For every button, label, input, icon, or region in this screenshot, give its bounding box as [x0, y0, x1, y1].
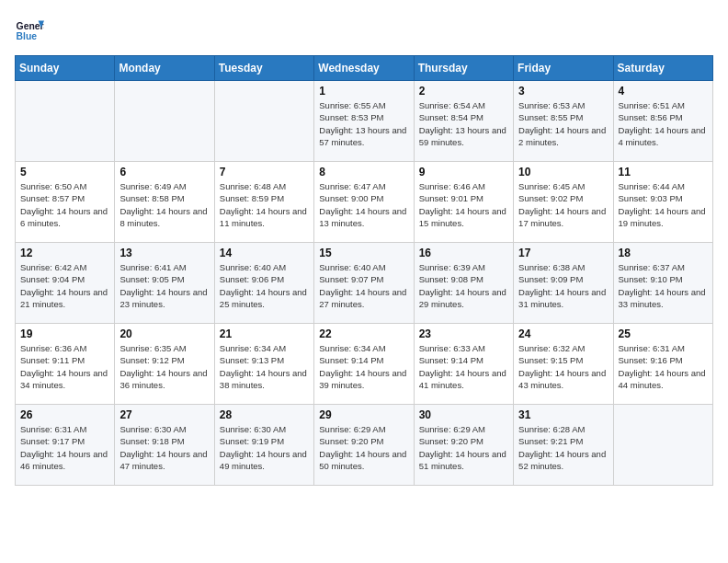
day-number: 18 [619, 247, 708, 259]
calendar-cell: 20Sunrise: 6:35 AM Sunset: 9:12 PM Dayli… [115, 324, 214, 405]
calendar-cell: 10Sunrise: 6:45 AM Sunset: 9:02 PM Dayli… [514, 162, 613, 243]
cell-info: Sunrise: 6:49 AM Sunset: 8:58 PM Dayligh… [119, 180, 209, 229]
calendar-cell: 30Sunrise: 6:29 AM Sunset: 9:20 PM Dayli… [414, 405, 513, 486]
calendar-cell: 8Sunrise: 6:47 AM Sunset: 9:00 PM Daylig… [314, 162, 414, 243]
calendar-cell: 22Sunrise: 6:34 AM Sunset: 9:14 PM Dayli… [314, 324, 414, 405]
calendar-cell: 3Sunrise: 6:53 AM Sunset: 8:55 PM Daylig… [514, 81, 613, 162]
logo-icon: General Blue [15, 15, 44, 44]
calendar-table: SundayMondayTuesdayWednesdayThursdayFrid… [15, 55, 713, 486]
day-number: 20 [119, 327, 209, 340]
calendar-cell: 16Sunrise: 6:39 AM Sunset: 9:08 PM Dayli… [414, 243, 513, 324]
cell-info: Sunrise: 6:40 AM Sunset: 9:07 PM Dayligh… [319, 261, 408, 310]
calendar-header: SundayMondayTuesdayWednesdayThursdayFrid… [16, 56, 713, 81]
day-number: 4 [619, 85, 708, 98]
calendar-cell: 25Sunrise: 6:31 AM Sunset: 9:16 PM Dayli… [613, 324, 712, 405]
cell-info: Sunrise: 6:34 AM Sunset: 9:13 PM Dayligh… [220, 342, 309, 391]
cell-info: Sunrise: 6:55 AM Sunset: 8:53 PM Dayligh… [319, 99, 408, 148]
calendar-week-4: 19Sunrise: 6:36 AM Sunset: 9:11 PM Dayli… [16, 324, 713, 405]
calendar-cell: 14Sunrise: 6:40 AM Sunset: 9:06 PM Dayli… [214, 243, 313, 324]
day-number: 12 [20, 247, 109, 259]
day-number: 16 [419, 247, 508, 259]
calendar-cell: 17Sunrise: 6:38 AM Sunset: 9:09 PM Dayli… [514, 243, 613, 324]
calendar-cell: 23Sunrise: 6:33 AM Sunset: 9:14 PM Dayli… [414, 324, 513, 405]
cell-info: Sunrise: 6:36 AM Sunset: 9:11 PM Dayligh… [20, 342, 109, 391]
day-number: 29 [319, 408, 408, 421]
calendar-cell: 19Sunrise: 6:36 AM Sunset: 9:11 PM Dayli… [16, 324, 115, 405]
cell-info: Sunrise: 6:42 AM Sunset: 9:04 PM Dayligh… [20, 261, 109, 310]
calendar-cell: 9Sunrise: 6:46 AM Sunset: 9:01 PM Daylig… [414, 162, 513, 243]
page-header: General Blue [15, 15, 713, 44]
calendar-cell: 1Sunrise: 6:55 AM Sunset: 8:53 PM Daylig… [314, 81, 414, 162]
day-number: 9 [419, 166, 508, 178]
calendar-cell: 26Sunrise: 6:31 AM Sunset: 9:17 PM Dayli… [16, 405, 115, 486]
day-number: 1 [319, 85, 408, 98]
day-header-sunday: Sunday [16, 56, 115, 81]
cell-info: Sunrise: 6:53 AM Sunset: 8:55 PM Dayligh… [518, 99, 608, 148]
cell-info: Sunrise: 6:34 AM Sunset: 9:14 PM Dayligh… [319, 342, 408, 391]
cell-info: Sunrise: 6:35 AM Sunset: 9:12 PM Dayligh… [119, 342, 209, 391]
cell-info: Sunrise: 6:31 AM Sunset: 9:17 PM Dayligh… [20, 423, 109, 472]
cell-info: Sunrise: 6:46 AM Sunset: 9:01 PM Dayligh… [419, 180, 508, 229]
day-header-thursday: Thursday [414, 56, 513, 81]
cell-info: Sunrise: 6:38 AM Sunset: 9:09 PM Dayligh… [518, 261, 608, 310]
day-number: 21 [220, 327, 309, 340]
day-number: 22 [319, 327, 408, 340]
day-header-wednesday: Wednesday [314, 56, 414, 81]
calendar-cell: 12Sunrise: 6:42 AM Sunset: 9:04 PM Dayli… [16, 243, 115, 324]
logo: General Blue [15, 15, 44, 44]
cell-info: Sunrise: 6:30 AM Sunset: 9:18 PM Dayligh… [119, 423, 209, 472]
cell-info: Sunrise: 6:48 AM Sunset: 8:59 PM Dayligh… [220, 180, 309, 229]
day-header-saturday: Saturday [613, 56, 712, 81]
day-number: 27 [119, 408, 209, 421]
calendar-cell [16, 81, 115, 162]
calendar-cell [214, 81, 313, 162]
day-number: 10 [518, 166, 608, 178]
day-number: 3 [518, 85, 608, 98]
day-number: 14 [220, 247, 309, 259]
calendar-week-5: 26Sunrise: 6:31 AM Sunset: 9:17 PM Dayli… [16, 405, 713, 486]
cell-info: Sunrise: 6:45 AM Sunset: 9:02 PM Dayligh… [518, 180, 608, 229]
day-number: 28 [220, 408, 309, 421]
day-number: 13 [119, 247, 209, 259]
calendar-cell: 24Sunrise: 6:32 AM Sunset: 9:15 PM Dayli… [514, 324, 613, 405]
day-number: 8 [319, 166, 408, 178]
day-header-tuesday: Tuesday [214, 56, 313, 81]
cell-info: Sunrise: 6:54 AM Sunset: 8:54 PM Dayligh… [419, 99, 508, 148]
day-number: 23 [419, 327, 508, 340]
day-number: 15 [319, 247, 408, 259]
calendar-cell: 13Sunrise: 6:41 AM Sunset: 9:05 PM Dayli… [115, 243, 214, 324]
cell-info: Sunrise: 6:47 AM Sunset: 9:00 PM Dayligh… [319, 180, 408, 229]
calendar-cell: 29Sunrise: 6:29 AM Sunset: 9:20 PM Dayli… [314, 405, 414, 486]
cell-info: Sunrise: 6:32 AM Sunset: 9:15 PM Dayligh… [518, 342, 608, 391]
day-number: 6 [119, 166, 209, 178]
cell-info: Sunrise: 6:37 AM Sunset: 9:10 PM Dayligh… [619, 261, 708, 310]
cell-info: Sunrise: 6:29 AM Sunset: 9:20 PM Dayligh… [319, 423, 408, 472]
day-number: 2 [419, 85, 508, 98]
cell-info: Sunrise: 6:44 AM Sunset: 9:03 PM Dayligh… [619, 180, 708, 229]
day-number: 25 [619, 327, 708, 340]
calendar-cell: 15Sunrise: 6:40 AM Sunset: 9:07 PM Dayli… [314, 243, 414, 324]
calendar-cell [613, 405, 712, 486]
calendar-cell: 4Sunrise: 6:51 AM Sunset: 8:56 PM Daylig… [613, 81, 712, 162]
calendar-cell: 5Sunrise: 6:50 AM Sunset: 8:57 PM Daylig… [16, 162, 115, 243]
cell-info: Sunrise: 6:28 AM Sunset: 9:21 PM Dayligh… [518, 423, 608, 472]
day-number: 11 [619, 166, 708, 178]
day-number: 19 [20, 327, 109, 340]
day-header-monday: Monday [115, 56, 214, 81]
cell-info: Sunrise: 6:51 AM Sunset: 8:56 PM Dayligh… [619, 99, 708, 148]
cell-info: Sunrise: 6:31 AM Sunset: 9:16 PM Dayligh… [619, 342, 708, 391]
calendar-cell: 6Sunrise: 6:49 AM Sunset: 8:58 PM Daylig… [115, 162, 214, 243]
calendar-cell: 28Sunrise: 6:30 AM Sunset: 9:19 PM Dayli… [214, 405, 313, 486]
day-number: 7 [220, 166, 309, 178]
day-number: 5 [20, 166, 109, 178]
cell-info: Sunrise: 6:40 AM Sunset: 9:06 PM Dayligh… [220, 261, 309, 310]
cell-info: Sunrise: 6:29 AM Sunset: 9:20 PM Dayligh… [419, 423, 508, 472]
day-number: 17 [518, 247, 608, 259]
calendar-cell: 2Sunrise: 6:54 AM Sunset: 8:54 PM Daylig… [414, 81, 513, 162]
calendar-cell: 18Sunrise: 6:37 AM Sunset: 9:10 PM Dayli… [613, 243, 712, 324]
cell-info: Sunrise: 6:39 AM Sunset: 9:08 PM Dayligh… [419, 261, 508, 310]
calendar-cell [115, 81, 214, 162]
cell-info: Sunrise: 6:41 AM Sunset: 9:05 PM Dayligh… [119, 261, 209, 310]
svg-text:Blue: Blue [17, 31, 38, 41]
cell-info: Sunrise: 6:30 AM Sunset: 9:19 PM Dayligh… [220, 423, 309, 472]
